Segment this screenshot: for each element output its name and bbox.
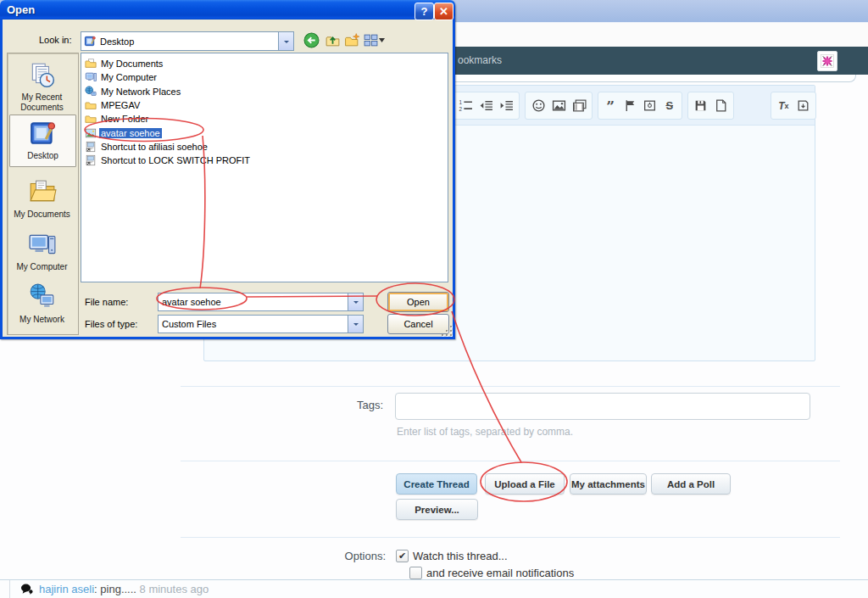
recent-documents-icon (28, 60, 57, 89)
email-notify-label: and receive email notifications (426, 567, 574, 579)
my-attachments-button[interactable]: My attachments (570, 473, 647, 495)
back-icon[interactable] (303, 31, 320, 48)
file-row[interactable]: Shortcut to LOCK SWITCH PROFIT (85, 154, 448, 167)
folder-icon (85, 113, 97, 125)
dialog-titlebar[interactable]: Open (0, 0, 455, 20)
divider (181, 537, 840, 538)
options-label: Options: (331, 550, 386, 562)
places-bar: My Recent Documents Desktop (7, 53, 79, 335)
tags-label: Tags: (326, 399, 383, 411)
toolbar-group-format: ” S (598, 92, 682, 120)
look-in-combobox[interactable]: Desktop (81, 31, 294, 51)
folder-icon (85, 99, 97, 111)
insert-image-icon[interactable] (551, 98, 566, 114)
toolbar-group-lists: 1 2 (452, 92, 520, 120)
tags-input[interactable] (395, 393, 810, 420)
chat-message: ping..... (100, 583, 136, 595)
quote-icon[interactable]: ” (603, 98, 618, 114)
file-row[interactable]: My Documents (85, 57, 448, 70)
outdent-icon[interactable] (478, 98, 493, 114)
sidebar-item-my-computer[interactable]: My Computer (9, 230, 75, 272)
divider (181, 386, 840, 387)
desktop-icon (84, 35, 97, 48)
up-folder-icon[interactable] (324, 31, 341, 48)
broken-image-icon (817, 51, 837, 71)
views-icon[interactable] (363, 31, 385, 48)
help-button[interactable]: ? (415, 3, 434, 20)
sidebar-item-recent-documents[interactable]: My Recent Documents (9, 60, 75, 113)
ordered-list-icon[interactable]: 1 2 (458, 98, 473, 114)
my-documents-icon (28, 177, 57, 206)
new-document-icon[interactable] (713, 98, 728, 114)
file-name-value: avatar soehoe (159, 297, 348, 307)
resize-grip[interactable] (442, 326, 452, 336)
files-of-type-dropdown-arrow[interactable] (348, 316, 363, 333)
remove-format-icon[interactable]: Tx (776, 98, 791, 114)
insert-media-icon[interactable] (571, 98, 587, 114)
dialog-title: Open (7, 3, 35, 16)
new-folder-icon[interactable] (343, 31, 360, 48)
strikethrough-icon[interactable]: S (662, 98, 677, 114)
file-list[interactable]: My Documents My Computer My Netw (81, 53, 448, 282)
files-of-type-value: Custom Files (159, 319, 348, 329)
file-row[interactable]: New Folder (85, 112, 448, 126)
clean-up-icon[interactable] (796, 98, 811, 114)
file-row[interactable]: My Computer (85, 70, 448, 84)
email-notify-checkbox[interactable]: ✔ (409, 567, 422, 579)
svg-text:1: 1 (459, 99, 462, 105)
chat-timestamp: 8 minutes ago (140, 583, 209, 595)
flag-icon[interactable] (622, 98, 637, 114)
embed-icon[interactable] (643, 98, 658, 114)
cancel-button[interactable]: Cancel (387, 314, 449, 334)
toolbar-group-media (525, 92, 593, 120)
image-file-icon (85, 127, 97, 139)
toolbar-group-cleanup: Tx (771, 92, 816, 120)
file-name-label: File name: (85, 297, 128, 307)
file-row-selected[interactable]: avatar soehoe (85, 126, 448, 139)
open-button[interactable]: Open (387, 292, 449, 312)
shortcut-icon (85, 141, 97, 153)
my-network-icon (28, 282, 57, 311)
upload-file-button[interactable]: Upload a File (485, 473, 565, 495)
my-computer-icon (28, 230, 57, 259)
chat-username-link[interactable]: hajirin aseli (39, 583, 94, 595)
chat-bubble-icon (20, 583, 33, 598)
divider (181, 461, 840, 461)
toolbar-group-save (687, 92, 734, 120)
indent-icon[interactable] (498, 98, 514, 114)
desktop-icon (29, 119, 58, 148)
file-row[interactable]: My Network Places (85, 85, 448, 98)
file-name-combobox[interactable]: avatar soehoe (158, 293, 364, 311)
close-button[interactable]: ✕ (434, 3, 453, 20)
file-name-dropdown-arrow[interactable] (348, 293, 363, 310)
file-row[interactable]: MPEGAV (85, 98, 448, 112)
sidebar-item-my-network[interactable]: My Network (9, 282, 75, 325)
open-dialog: Open ? ✕ Look in: Desktop (0, 0, 455, 339)
preview-button[interactable]: Preview... (396, 499, 478, 520)
create-thread-button[interactable]: Create Thread (396, 473, 477, 495)
screen: ookmarks 1 2 (0, 0, 868, 598)
computer-icon (85, 71, 97, 83)
add-poll-button[interactable]: Add a Poll (651, 473, 731, 495)
shortcut-icon (85, 154, 97, 166)
network-icon (85, 86, 97, 98)
file-row[interactable]: Shortcut to afiliasi soehoe (85, 140, 448, 154)
look-in-value: Desktop (97, 36, 278, 47)
folder-documents-icon (85, 58, 97, 70)
nav-bookmarks-label[interactable]: ookmarks (458, 47, 502, 75)
panel-bottom-strip (437, 75, 856, 82)
svg-text:2: 2 (459, 106, 462, 112)
files-of-type-combobox[interactable]: Custom Files (158, 315, 364, 333)
save-draft-icon[interactable] (693, 98, 709, 114)
sidebar-item-desktop[interactable]: Desktop (9, 115, 76, 167)
chat-message-row: hajirin aseli: ping..... 8 minutes ago (39, 583, 209, 595)
tags-hint: Enter list of tags, separated by comma. (397, 426, 573, 438)
watch-thread-label: Watch this thread... (413, 550, 508, 562)
look-in-label: Look in: (39, 35, 72, 45)
sidebar-item-my-documents[interactable]: My Documents (9, 177, 75, 220)
watch-thread-checkbox[interactable]: ✔ (396, 550, 409, 562)
smiley-icon[interactable] (531, 98, 546, 114)
chat-bar-divider (9, 580, 10, 598)
look-in-dropdown-arrow[interactable] (278, 32, 293, 50)
chat-separator: : (94, 583, 97, 595)
